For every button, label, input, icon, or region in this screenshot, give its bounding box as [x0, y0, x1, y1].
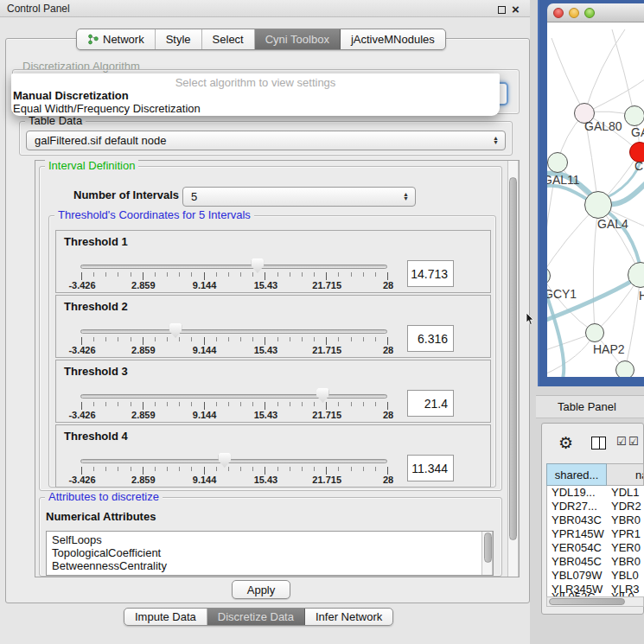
network-node-gal11[interactable]: [547, 152, 568, 173]
list-item[interactable]: SelfLoops: [47, 533, 493, 546]
network-window-titlebar[interactable]: [547, 3, 644, 22]
table-data-value: galFiltered.sif default node: [35, 134, 166, 147]
cell-name: YDL1: [608, 486, 644, 500]
close-icon[interactable]: ×: [512, 2, 520, 16]
apply-button[interactable]: Apply: [232, 580, 290, 599]
tick-label: 9.144: [193, 280, 217, 290]
dropdown-option-manual[interactable]: Manual Discretization: [13, 89, 498, 102]
tab-network[interactable]: Network: [77, 29, 156, 49]
bottom-tabbar: Impute Data Discretize Data Infer Networ…: [124, 608, 393, 626]
spinner-arrows-icon: ▲▼: [403, 192, 409, 201]
tick-label: -3.426: [68, 475, 95, 485]
table-row[interactable]: YDL19...YDL1: [547, 486, 644, 500]
attributes-list: SelfLoops TopologicalCoefficient Between…: [46, 531, 494, 576]
tick-label: 21.715: [312, 345, 341, 355]
network-node-gal4[interactable]: [584, 191, 612, 219]
table-horizontal-scrollbar-thumb[interactable]: [549, 598, 625, 605]
tab-infer-network[interactable]: Infer Network: [305, 609, 392, 625]
threshold-value-field[interactable]: 11.344: [407, 455, 454, 481]
slider-thumb[interactable]: [218, 453, 231, 468]
tab-style[interactable]: Style: [156, 29, 202, 49]
cell-shared-name: YBR045C: [547, 555, 608, 569]
table-horizontal-scrollbar[interactable]: [546, 596, 644, 607]
tick-label: 28: [383, 345, 393, 355]
close-traffic-light-icon[interactable]: [553, 8, 564, 18]
threshold-row-1: Threshold 1 -3.426 2.859 9.144 15.43 21.…: [55, 230, 491, 293]
cell-name: YBR0: [608, 513, 644, 527]
cell-name: YPR1: [608, 527, 644, 541]
slider-track[interactable]: [80, 394, 387, 399]
table-row[interactable]: YIL052CYIL0: [547, 590, 644, 596]
slider-track[interactable]: [80, 265, 387, 269]
threshold-value-field[interactable]: 21.4: [407, 390, 454, 417]
cell-name: YIL0: [608, 590, 644, 596]
list-item[interactable]: TopologicalCoefficient: [47, 546, 493, 559]
network-node[interactable]: [624, 105, 644, 126]
numerical-attributes-label: Numerical Attributes: [46, 510, 156, 523]
threshold-value-field[interactable]: 14.713: [407, 260, 454, 287]
table-row[interactable]: YBR043CYBR0: [547, 513, 644, 527]
tick-label: -3.426: [68, 280, 95, 290]
threshold-row-2: Threshold 2 -3.426 2.859 9.144 15.43 21.…: [55, 295, 491, 358]
dropdown-prompt: Select algorithm to view settings: [13, 76, 498, 89]
minimize-traffic-light-icon[interactable]: [569, 8, 579, 18]
network-node-hap2[interactable]: [585, 323, 604, 342]
dropdown-option-equal-width[interactable]: Equal Width/Frequency Discretization: [13, 102, 498, 115]
column-header-label: na: [635, 469, 644, 481]
table-data-combobox[interactable]: galFiltered.sif default node ▲▼: [26, 131, 506, 150]
slider-thumb[interactable]: [169, 323, 182, 338]
gear-icon[interactable]: ⚙: [558, 433, 573, 453]
cell-name: YDR2: [608, 500, 644, 513]
list-scrollbar-thumb[interactable]: [484, 532, 492, 563]
tick-label: 15.43: [254, 280, 278, 290]
algorithm-dropdown-popup: Select algorithm to view settings Manual…: [11, 73, 500, 116]
network-icon: [87, 34, 99, 45]
tab-label: Discretize Data: [218, 610, 294, 623]
tab-cyni-toolbox[interactable]: Cyni Toolbox: [255, 29, 341, 49]
zoom-traffic-light-icon[interactable]: [584, 8, 595, 18]
number-of-intervals-label: Number of Intervals: [73, 188, 179, 201]
number-of-intervals-combobox[interactable]: 5 ▲▼: [182, 187, 416, 207]
network-node[interactable]: [615, 360, 634, 377]
tick-label: 21.715: [312, 410, 341, 420]
thresholds-group-title: Threshold's Coordinates for 5 Intervals: [54, 209, 254, 221]
float-window-icon[interactable]: [498, 6, 506, 14]
list-item[interactable]: BetweennessCentrality: [47, 559, 493, 572]
table-row[interactable]: YBL079WYBL0: [547, 569, 644, 583]
tab-select[interactable]: Select: [202, 29, 255, 49]
column-header-name[interactable]: na: [607, 463, 644, 486]
slider-tick-labels: -3.426 2.859 9.144 15.43 21.715 28: [80, 475, 388, 486]
tab-label: jActiveMNodules: [351, 33, 435, 46]
cell-shared-name: YPR145W: [547, 527, 608, 541]
threshold-value-field[interactable]: 6.316: [407, 325, 454, 352]
table-row[interactable]: YPR145WYPR1: [547, 527, 644, 541]
checkbox-icon[interactable]: ☑: [628, 435, 639, 448]
network-canvas[interactable]: GAL80 GA C GAL11 GAL4 GCY1 H HAP2: [547, 22, 644, 377]
vertical-scrollbar-thumb[interactable]: [509, 177, 517, 540]
table-row[interactable]: YBR045CYBR0: [547, 555, 644, 569]
tick-label: 28: [383, 280, 393, 290]
vertical-scrollbar[interactable]: [507, 161, 519, 577]
column-header-shared-name[interactable]: shared...: [546, 463, 607, 486]
tab-jactivemnodules[interactable]: jActiveMNodules: [341, 29, 445, 49]
list-scrollbar[interactable]: [481, 532, 493, 576]
threshold-row-4: Threshold 4 -3.426 2.859 9.144 15.43 21.…: [55, 424, 491, 488]
threshold-label: Threshold 1: [64, 235, 128, 248]
slider-track[interactable]: [80, 459, 387, 463]
table-panel-title: Table Panel: [558, 400, 616, 413]
tab-impute-data[interactable]: Impute Data: [124, 609, 207, 625]
slider-thumb[interactable]: [251, 258, 264, 273]
tick-label: 21.715: [312, 475, 341, 485]
table-row[interactable]: YER054CYER0: [547, 541, 644, 555]
cell-shared-name: YIL052C: [547, 590, 608, 596]
slider-thumb[interactable]: [316, 388, 329, 403]
split-columns-icon[interactable]: [591, 437, 606, 450]
checkbox-icon[interactable]: ☑: [616, 435, 627, 448]
table-row[interactable]: YDR27...YDR2: [547, 500, 644, 513]
number-of-intervals-value: 5: [191, 190, 197, 203]
tab-discretize-data[interactable]: Discretize Data: [207, 609, 305, 625]
cell-name: YBR0: [608, 555, 644, 569]
tick-label: 21.715: [312, 280, 341, 290]
slider-track[interactable]: [80, 329, 387, 334]
tick-label: 15.43: [254, 475, 278, 485]
